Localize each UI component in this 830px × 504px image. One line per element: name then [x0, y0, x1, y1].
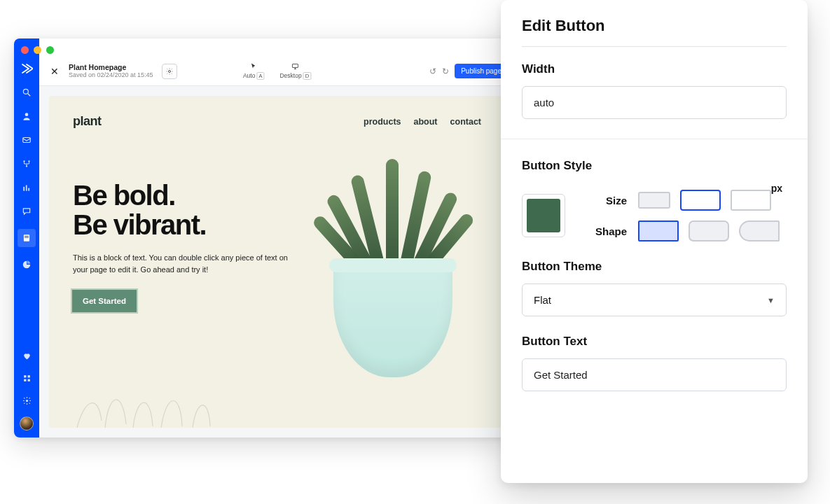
svg-point-2 [25, 113, 29, 116]
reports-icon[interactable] [20, 258, 33, 271]
svg-rect-14 [27, 375, 29, 377]
cursor-icon [249, 62, 258, 72]
button-style-label: Button Style [522, 159, 787, 173]
nav-products[interactable]: products [364, 117, 401, 127]
svg-rect-9 [28, 188, 29, 191]
svg-point-17 [25, 399, 27, 401]
hero-body-text[interactable]: This is a block of text. You can double … [73, 252, 290, 275]
svg-point-5 [28, 160, 29, 162]
width-label: Width [522, 62, 787, 76]
plant-leaves-icon [330, 145, 456, 264]
shape-square-option[interactable] [638, 220, 679, 241]
edit-button-panel: Edit Button Width Button Style px Size S… [501, 0, 808, 483]
button-theme-label: Button Theme [522, 260, 787, 274]
settings-icon[interactable] [20, 394, 33, 407]
hero-image[interactable] [309, 145, 477, 411]
theme-value: Flat [534, 294, 551, 306]
automations-icon[interactable] [20, 158, 33, 170]
button-theme-select[interactable]: Flat ▼ [522, 284, 787, 316]
saved-timestamp: Saved on 02/24/2020 at 15:45 [69, 71, 153, 79]
redo-button[interactable]: ↻ [442, 66, 449, 76]
apps-icon[interactable] [20, 372, 33, 384]
editor-canvas[interactable]: plant products about contact Be bold. Be… [39, 86, 515, 438]
svg-rect-15 [24, 379, 26, 381]
svg-point-0 [23, 89, 28, 94]
hero-heading[interactable]: Be bold. Be vibrant. [73, 181, 311, 239]
panel-divider [522, 46, 787, 47]
svg-point-6 [26, 165, 27, 167]
tool-desktop-key: D [303, 72, 311, 80]
panel-title: Edit Button [522, 17, 787, 35]
tool-auto[interactable]: AutoA [243, 62, 265, 80]
minimize-dot[interactable] [34, 46, 41, 54]
svg-rect-16 [27, 379, 29, 381]
heart-icon[interactable] [20, 349, 33, 362]
tool-desktop[interactable]: DesktopD [279, 62, 311, 80]
site-nav: plant products about contact [73, 114, 481, 129]
size-px-input[interactable] [731, 190, 771, 211]
shape-row-label: Shape [582, 225, 627, 237]
tool-desktop-label: Desktop [279, 72, 301, 79]
svg-line-1 [28, 94, 31, 97]
svg-rect-11 [25, 236, 29, 237]
color-swatch[interactable] [522, 194, 565, 237]
nav-contact[interactable]: contact [450, 117, 481, 127]
main-region: ✕ Plant Homepage Saved on 02/24/2020 at … [39, 38, 515, 438]
svg-rect-3 [23, 138, 31, 143]
svg-rect-10 [24, 234, 29, 241]
tool-auto-label: Auto [243, 72, 256, 79]
svg-rect-12 [25, 237, 29, 238]
background-lineart [70, 372, 252, 428]
hero-cta-button[interactable]: Get Started [73, 290, 136, 312]
page-settings-button[interactable] [162, 64, 177, 79]
zoom-dot[interactable] [46, 46, 54, 54]
editor-toolbar: ✕ Plant Homepage Saved on 02/24/2020 at … [39, 57, 515, 86]
shape-rounded-option[interactable] [689, 220, 729, 241]
svg-point-18 [168, 70, 170, 72]
desktop-icon [291, 62, 300, 72]
deals-icon[interactable] [20, 181, 33, 194]
size-small-option[interactable] [638, 192, 670, 209]
page-title-block: Plant Homepage Saved on 02/24/2020 at 15… [69, 63, 153, 79]
shape-pill-option[interactable] [739, 220, 780, 241]
chevron-down-icon: ▼ [767, 296, 775, 304]
size-medium-option[interactable] [680, 190, 721, 211]
button-text-label: Button Text [522, 335, 787, 349]
svg-rect-8 [26, 186, 27, 191]
user-avatar[interactable] [20, 416, 34, 430]
svg-rect-19 [293, 64, 298, 68]
site-brand[interactable]: plant [73, 114, 102, 129]
page-title: Plant Homepage [69, 63, 153, 72]
plant-pot-icon [333, 258, 452, 377]
conversations-icon[interactable] [20, 205, 33, 218]
window-traffic-lights [21, 46, 54, 54]
pages-icon[interactable] [18, 229, 36, 247]
search-icon[interactable] [20, 86, 33, 99]
nav-about[interactable]: about [414, 117, 438, 127]
app-sidebar [14, 38, 39, 438]
svg-rect-7 [23, 187, 25, 191]
contacts-icon[interactable] [20, 110, 33, 122]
close-dot[interactable] [21, 46, 29, 54]
app-logo-icon [20, 62, 33, 75]
publish-button[interactable]: Publish page [455, 64, 508, 78]
svg-point-4 [23, 160, 25, 162]
close-editor-button[interactable]: ✕ [46, 66, 63, 77]
email-icon[interactable] [20, 134, 33, 146]
app-window: ✕ Plant Homepage Saved on 02/24/2020 at … [14, 38, 515, 438]
tool-auto-key: A [256, 72, 264, 80]
page-preview[interactable]: plant products about contact Be bold. Be… [49, 96, 505, 428]
svg-rect-13 [24, 375, 26, 377]
width-input[interactable] [522, 86, 787, 119]
button-text-input[interactable] [522, 358, 787, 391]
undo-button[interactable]: ↺ [429, 66, 436, 76]
hero-block[interactable]: Be bold. Be vibrant. This is a block of … [73, 181, 311, 312]
size-row-label: Size [582, 195, 627, 206]
